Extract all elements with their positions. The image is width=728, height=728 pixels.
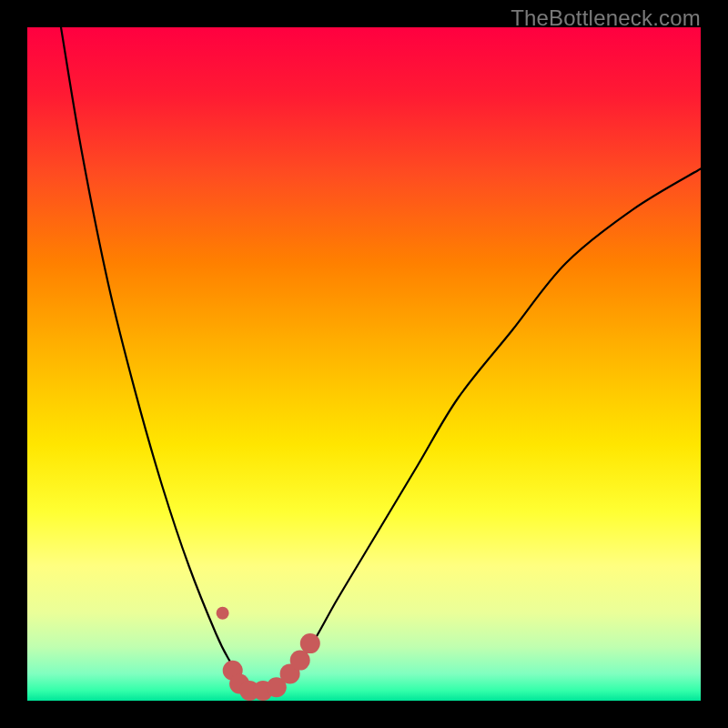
left-dip-dot bbox=[217, 607, 229, 620]
bottom-dot-7 bbox=[290, 651, 310, 671]
chart-plot-area bbox=[27, 27, 701, 701]
bottom-dot-8 bbox=[300, 633, 320, 653]
bottleneck-curve-svg bbox=[27, 27, 701, 701]
curve-marker-group bbox=[217, 607, 320, 701]
bottleneck-curve-path bbox=[61, 27, 701, 692]
